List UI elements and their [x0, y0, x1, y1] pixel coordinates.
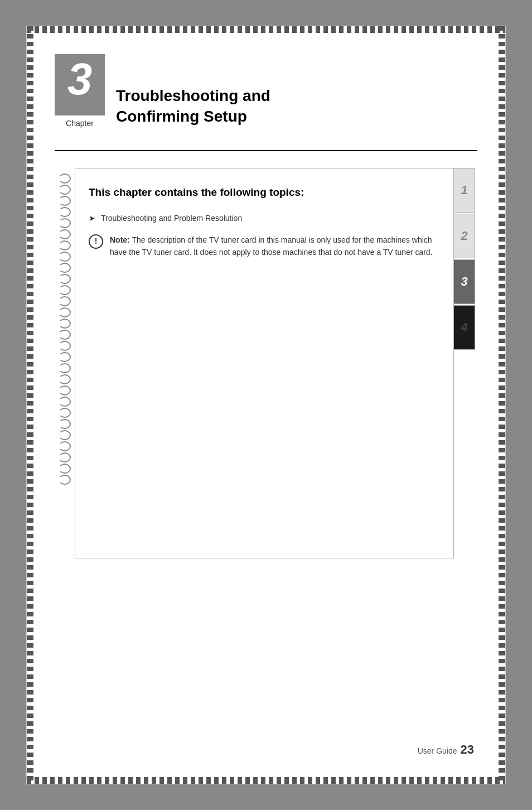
toc-item-text: Troubleshooting and Problem Resolution — [101, 214, 242, 223]
toc-arrow-icon: ➤ — [89, 214, 95, 223]
tabs-column: 1 2 3 4 — [454, 168, 477, 558]
note-text: Note: The description of the TV tuner ca… — [110, 234, 442, 259]
ring — [59, 385, 71, 396]
ring — [59, 173, 71, 184]
page: 3 Chapter Troubleshooting and Confirming… — [26, 26, 506, 784]
dashed-border-bottom — [27, 777, 505, 784]
ring — [59, 319, 71, 329]
chapter-divider — [55, 150, 477, 151]
ring — [59, 341, 71, 351]
ring — [59, 452, 71, 462]
dashed-border-top — [27, 26, 505, 33]
chapter-number: 3 — [67, 57, 93, 102]
note-body: The description of the TV tuner card in … — [110, 235, 433, 257]
rings-column — [55, 168, 75, 558]
ring — [59, 430, 71, 440]
ring — [59, 475, 71, 485]
ring — [59, 252, 71, 262]
dashed-border-left — [27, 26, 33, 784]
ring — [59, 307, 71, 317]
main-area: This chapter contains the following topi… — [55, 168, 477, 558]
notebook-card: This chapter contains the following topi… — [75, 168, 454, 558]
footer: User Guide 23 — [418, 742, 474, 757]
ring — [59, 330, 71, 340]
chapter-header: 3 Chapter Troubleshooting and Confirming… — [38, 37, 494, 130]
ring — [59, 408, 71, 418]
ring — [59, 464, 71, 474]
tab-2[interactable]: 2 — [454, 214, 475, 258]
ring — [59, 352, 71, 362]
ring — [59, 207, 71, 217]
toc-heading: This chapter contains the following topi… — [89, 185, 442, 200]
chapter-number-box: 3 — [55, 54, 105, 115]
ring — [59, 240, 71, 250]
chapter-label: Chapter — [55, 119, 105, 128]
ring — [59, 285, 71, 295]
ring — [59, 274, 71, 284]
tab-4[interactable]: 4 — [454, 305, 475, 350]
toc-item: ➤ Troubleshooting and Problem Resolution — [89, 214, 442, 223]
note-icon: ! — [89, 234, 103, 249]
dashed-border-right — [499, 26, 505, 784]
ring — [59, 196, 71, 206]
note-label: Note: — [110, 235, 130, 244]
footer-label: User Guide — [418, 746, 457, 755]
note-block: ! Note: The description of the TV tuner … — [89, 234, 442, 259]
ring — [59, 374, 71, 384]
ring — [59, 296, 71, 306]
ring — [59, 419, 71, 429]
ring — [59, 397, 71, 407]
ring — [59, 263, 71, 273]
inner-content: 3 Chapter Troubleshooting and Confirming… — [38, 37, 494, 773]
footer-page-number: 23 — [461, 742, 474, 757]
ring — [59, 218, 71, 228]
ring — [59, 363, 71, 373]
chapter-title: Troubleshooting and Confirming Setup — [116, 86, 270, 130]
ring — [59, 441, 71, 451]
ring — [59, 185, 71, 195]
ring — [59, 229, 71, 239]
tab-1[interactable]: 1 — [454, 168, 475, 213]
tab-3[interactable]: 3 — [454, 259, 475, 304]
